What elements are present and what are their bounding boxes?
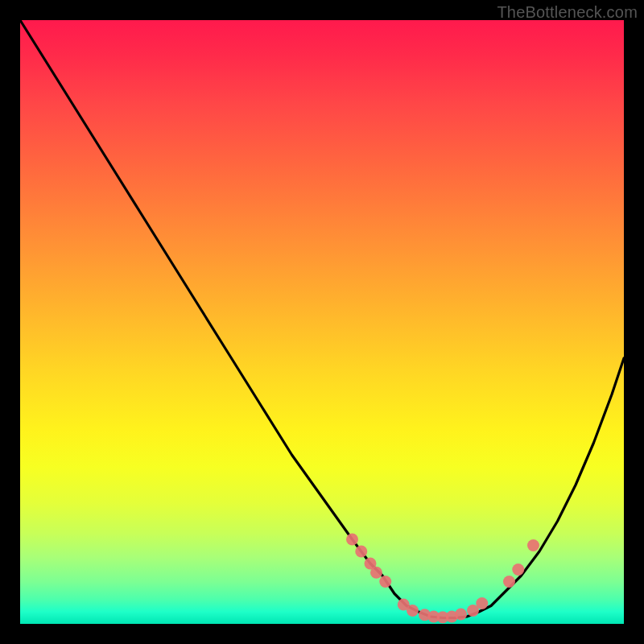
marker-dot bbox=[455, 609, 467, 621]
marker-dot bbox=[379, 576, 391, 588]
watermark-text: TheBottleneck.com bbox=[497, 3, 638, 22]
marker-dot bbox=[346, 534, 358, 546]
marker-dot bbox=[512, 564, 524, 576]
marker-dot bbox=[407, 605, 419, 617]
chart-frame: TheBottleneck.com bbox=[0, 0, 644, 644]
marker-dot bbox=[476, 597, 488, 609]
marker-dot bbox=[370, 567, 382, 579]
marker-dot bbox=[503, 576, 515, 588]
marker-dot bbox=[355, 546, 367, 558]
salmon-markers bbox=[346, 534, 539, 624]
curve-svg bbox=[20, 20, 624, 624]
plot-area bbox=[20, 20, 624, 624]
bottleneck-curve bbox=[20, 20, 624, 618]
marker-dot bbox=[527, 539, 539, 551]
